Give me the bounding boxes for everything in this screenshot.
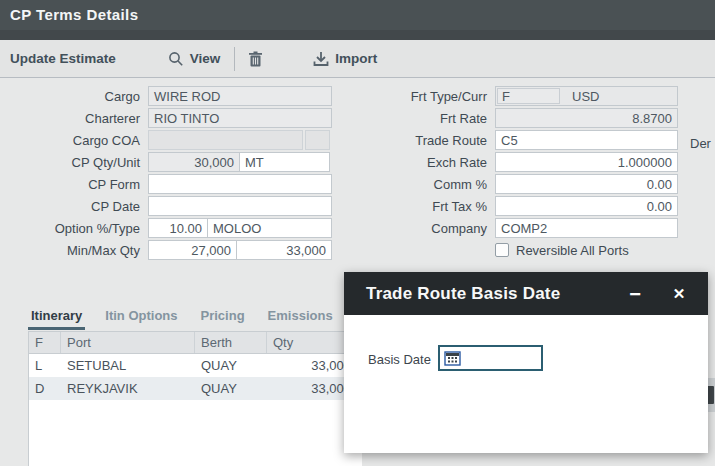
option-row: Option %/Type 10.00 MOLOO <box>0 217 332 239</box>
cargo-row: Cargo WIRE ROD <box>0 85 332 107</box>
cp-form-field[interactable] <box>148 174 332 194</box>
cp-qty-field[interactable]: 30,000 <box>148 152 240 172</box>
basis-date-label: Basis Date <box>368 352 431 367</box>
titlebar-shadow-strip <box>0 30 715 40</box>
cargo-coa-field <box>148 130 303 150</box>
tab-itinerary[interactable]: Itinerary <box>28 308 85 330</box>
basis-date-input[interactable] <box>438 345 543 371</box>
trash-icon <box>248 51 263 67</box>
itinerary-table-header: F Port Berth Qty <box>29 332 362 354</box>
cargo-label: Cargo <box>0 89 148 104</box>
comm-label: Comm % <box>356 177 495 192</box>
search-icon <box>168 51 184 67</box>
update-estimate-label: Update Estimate <box>10 51 116 66</box>
clipped-demurrage-label: Der <box>690 136 711 151</box>
calendar-icon[interactable] <box>444 350 461 366</box>
dialog-body: Basis Date <box>344 315 708 453</box>
tab-emissions[interactable]: Emissions <box>265 308 336 330</box>
cell-function: L <box>29 354 61 377</box>
page-title: CP Terms Details <box>0 0 715 30</box>
cp-date-label: CP Date <box>0 199 148 214</box>
charterer-row: Charterer RIO TINTO <box>0 107 332 129</box>
frt-rate-row: Frt Rate 8.8700 <box>356 107 678 129</box>
option-type-field[interactable]: MOLOO <box>208 218 332 238</box>
cp-form-label: CP Form <box>0 177 148 192</box>
column-header-berth[interactable]: Berth <box>195 332 267 353</box>
import-label: Import <box>335 51 377 66</box>
cell-berth: QUAY <box>195 377 267 400</box>
dialog-titlebar[interactable]: Trade Route Basis Date − ✕ <box>344 272 708 315</box>
min-qty-field[interactable]: 27,000 <box>148 240 237 260</box>
tab-itin-options[interactable]: Itin Options <box>102 308 180 330</box>
option-label: Option %/Type <box>0 221 148 236</box>
import-button[interactable]: Import <box>313 51 377 67</box>
min-max-qty-label: Min/Max Qty <box>0 243 148 258</box>
comm-row: Comm % 0.00 <box>356 173 678 195</box>
cargo-coa-row: Cargo COA <box>0 129 332 151</box>
table-row[interactable]: L SETUBAL QUAY 33,000 <box>29 354 362 377</box>
trade-route-basis-date-dialog: Trade Route Basis Date − ✕ Basis Date <box>344 272 708 453</box>
detail-tabs: Itinerary Itin Options Pricing Emissions <box>28 304 353 330</box>
frt-rate-field[interactable]: 8.8700 <box>495 108 678 128</box>
view-label: View <box>190 51 221 66</box>
charterer-label: Charterer <box>0 111 148 126</box>
frt-tax-row: Frt Tax % 0.00 <box>356 195 678 217</box>
company-field[interactable]: COMP2 <box>495 218 678 238</box>
cp-form-row: CP Form <box>0 173 332 195</box>
cell-berth: QUAY <box>195 354 267 377</box>
max-qty-field[interactable]: 33,000 <box>237 240 332 260</box>
view-button[interactable]: View <box>168 51 221 67</box>
frt-tax-label: Frt Tax % <box>356 199 495 214</box>
update-estimate-button[interactable]: Update Estimate <box>10 51 116 66</box>
cell-port: SETUBAL <box>61 354 195 377</box>
table-row[interactable]: D REYKJAVIK QUAY 33,000 <box>29 377 362 400</box>
itinerary-table: F Port Berth Qty L SETUBAL QUAY 33,000 D… <box>28 331 362 466</box>
frt-curr-field[interactable]: USD <box>572 89 599 104</box>
frt-type-curr-label: Frt Type/Curr <box>356 89 495 104</box>
frt-type-curr-group: F USD <box>495 86 678 106</box>
cp-date-row: CP Date <box>0 195 332 217</box>
cargo-field[interactable]: WIRE ROD <box>148 86 332 106</box>
trade-route-field[interactable]: C5 <box>495 130 678 150</box>
cp-unit-field[interactable]: MT <box>240 152 330 172</box>
frt-type-field[interactable]: F <box>497 88 560 104</box>
option-pct-field[interactable]: 10.00 <box>148 218 208 238</box>
exch-rate-row: Exch Rate 1.000000 <box>356 151 678 173</box>
cp-qty-unit-row: CP Qty/Unit 30,000 MT <box>0 151 332 173</box>
window-titlebar: CP Terms Details <box>0 0 715 30</box>
import-icon <box>313 51 329 67</box>
toolbar: Update Estimate View Import <box>0 40 715 78</box>
close-icon[interactable]: ✕ <box>664 285 694 303</box>
reversible-all-ports-checkbox[interactable] <box>495 243 509 257</box>
cell-function: D <box>29 377 61 400</box>
cell-port: REYKJAVIK <box>61 377 195 400</box>
cargo-coa-sub-field <box>305 130 330 150</box>
dialog-title: Trade Route Basis Date <box>344 284 620 304</box>
frt-type-curr-row: Frt Type/Curr F USD <box>356 85 678 107</box>
exch-rate-field[interactable]: 1.000000 <box>495 152 678 172</box>
frt-rate-label: Frt Rate <box>356 111 495 126</box>
reversible-all-ports-label: Reversible All Ports <box>516 243 629 258</box>
reversible-all-ports-row: Reversible All Ports <box>356 239 678 261</box>
exch-rate-label: Exch Rate <box>356 155 495 170</box>
cp-terms-right-column: Frt Type/Curr F USD Frt Rate 8.8700 Trad… <box>356 85 678 261</box>
min-max-qty-row: Min/Max Qty 27,000 33,000 <box>0 239 332 261</box>
column-header-f[interactable]: F <box>29 332 61 353</box>
company-row: Company COMP2 <box>356 217 678 239</box>
cargo-coa-label: Cargo COA <box>0 133 148 148</box>
cp-qty-unit-label: CP Qty/Unit <box>0 155 148 170</box>
trade-route-row: Trade Route C5 <box>356 129 678 151</box>
toolbar-divider <box>234 47 235 71</box>
cp-date-field[interactable] <box>148 196 332 216</box>
minimize-icon[interactable]: − <box>620 275 650 313</box>
cp-terms-left-column: Cargo WIRE ROD Charterer RIO TINTO Cargo… <box>0 85 332 261</box>
charterer-field[interactable]: RIO TINTO <box>148 108 332 128</box>
frt-tax-field[interactable]: 0.00 <box>495 196 678 216</box>
tab-pricing[interactable]: Pricing <box>198 308 248 330</box>
delete-button[interactable] <box>248 51 269 67</box>
comm-field[interactable]: 0.00 <box>495 174 678 194</box>
company-label: Company <box>356 221 495 236</box>
trade-route-label: Trade Route <box>356 133 495 148</box>
column-header-port[interactable]: Port <box>61 332 195 353</box>
